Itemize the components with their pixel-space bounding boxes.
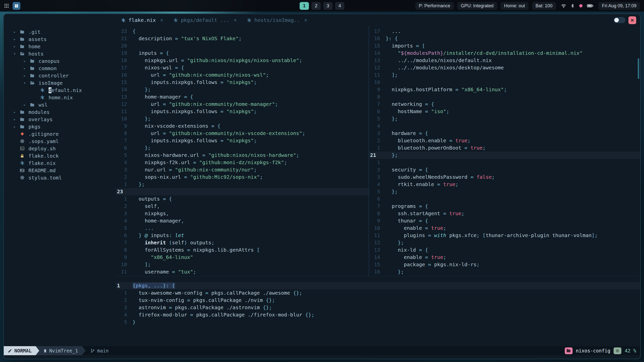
tab-close-icon[interactable]: × xyxy=(234,17,237,23)
gpu-module[interactable]: GPU: Integrated xyxy=(457,2,497,10)
chevron-right-icon[interactable]: ▸ xyxy=(21,66,28,71)
tree-item-stylua.toml[interactable]: stylua.toml xyxy=(4,174,116,181)
tree-item-label: default.nix xyxy=(49,87,82,93)
line-number: 11 xyxy=(369,71,380,79)
code-line: 12 url = "github:nix-community/home-mana… xyxy=(116,101,369,108)
file-tree[interactable]: ▸.git▸assets▸home▾hosts▸canopus▸common▸c… xyxy=(4,26,116,346)
tree-item-common[interactable]: ▸common xyxy=(4,65,116,72)
tab-close-icon[interactable]: × xyxy=(160,17,163,23)
chevron-right-icon[interactable]: ▸ xyxy=(11,37,18,41)
tree-item-flake.nix[interactable]: flake.nix xyxy=(4,159,116,167)
folder-icon xyxy=(18,117,26,122)
tree-item-label: overlays xyxy=(28,116,53,122)
chevron-right-icon[interactable]: ▸ xyxy=(11,30,18,34)
chevron-right-icon[interactable]: ▸ xyxy=(11,44,18,49)
code-line: 8 url = "github:nix-community/nix-vscode… xyxy=(116,130,369,137)
code-text xyxy=(380,159,386,166)
taskbar-app-icon[interactable] xyxy=(13,2,20,10)
tree-item-label: deploy.sh xyxy=(28,146,56,152)
folder-icon xyxy=(18,29,26,34)
line-number: 12 xyxy=(369,239,380,246)
editor-pane-iso[interactable]: 17 ...16}: {15 imports = [14 "${modulesP… xyxy=(369,26,640,276)
tab-hosts-isoImag..[interactable]: hosts/isoImag..× xyxy=(242,14,312,26)
buffer-label: NvimTree_1 xyxy=(49,348,78,353)
tree-item-overlays[interactable]: ▸overlays xyxy=(4,116,116,123)
tree-item-.sops.yaml[interactable]: .sops.yaml xyxy=(4,138,116,145)
chevron-right-icon[interactable]: ▸ xyxy=(21,103,28,107)
tab-flake.nix[interactable]: flake.nix× xyxy=(116,14,168,26)
battery-module[interactable]: Bat: 100 xyxy=(532,2,556,10)
line-number: 2 xyxy=(369,137,380,144)
line-number: 5 xyxy=(369,188,380,195)
top-split-row: 22{21 description = "tux's NixOS Flake";… xyxy=(116,26,640,276)
topbar-right: P: Performance GPU: Integrated Home: out… xyxy=(415,2,640,10)
code-text: nixpkgs-f2k.url = "github:moni-dz/nixpkg… xyxy=(127,159,287,166)
code-line: 12 ../../modules/nixos/desktop/awesome xyxy=(369,64,640,71)
editor-pane-flake[interactable]: 22{21 description = "tux's NixOS Flake";… xyxy=(116,26,369,276)
statusline-right: nixos-config 42 % xyxy=(565,347,640,354)
battery-icon[interactable] xyxy=(587,4,593,8)
code-line: 5} xyxy=(116,319,640,326)
tree-item-.git[interactable]: ▸.git xyxy=(4,28,116,35)
tree-item-canopus[interactable]: ▸canopus xyxy=(4,57,116,65)
line-number: 14 xyxy=(369,254,380,261)
code-text: }; xyxy=(127,181,145,188)
line-number: 15 xyxy=(369,42,380,50)
chevron-right-icon[interactable]: ▸ xyxy=(11,110,18,114)
tree-item-wsl[interactable]: ▸wsl xyxy=(4,101,116,108)
indicator-dot-icon[interactable] xyxy=(579,4,583,8)
window-close-button[interactable]: × xyxy=(628,16,636,24)
chevron-down-icon[interactable]: ▾ xyxy=(21,81,28,85)
workspace-button-1[interactable]: 1 xyxy=(300,2,309,10)
code-text: nix-ld = { xyxy=(380,246,428,254)
tree-item-flake.lock[interactable]: flake.lock xyxy=(4,152,116,159)
line-number: 3 xyxy=(116,166,127,173)
tree-item-.gitignore[interactable]: .gitignore xyxy=(4,130,116,138)
tree-item-controller[interactable]: ▸controller xyxy=(4,72,116,79)
workspace-button-2[interactable]: 2 xyxy=(311,2,321,10)
folder-open-icon xyxy=(18,51,26,56)
code-text xyxy=(380,122,386,130)
code-text: security = { xyxy=(380,166,428,173)
tab-pkgs-default-...[interactable]: pkgs/default ...× xyxy=(168,14,242,26)
code-line: 15 imports = [ xyxy=(369,42,640,50)
tree-item-default.nix[interactable]: default.nix xyxy=(4,86,116,94)
tree-item-README.md[interactable]: README.md xyxy=(4,167,116,174)
lock-icon xyxy=(18,154,26,158)
terminal-icon xyxy=(18,146,26,151)
scrollbar-thumb[interactable] xyxy=(638,58,639,79)
folder-icon xyxy=(18,124,26,129)
tree-item-label: hosts xyxy=(28,51,44,57)
scroll-percent: 42 % xyxy=(625,348,636,353)
chevron-right-icon[interactable]: ▸ xyxy=(11,117,18,122)
gear-icon xyxy=(18,139,26,144)
window-toggle[interactable] xyxy=(614,17,625,23)
bluetooth-icon[interactable] xyxy=(570,4,575,8)
workspace-button-3[interactable]: 3 xyxy=(323,2,333,10)
code-text: hostName = "iso"; xyxy=(380,108,449,115)
chevron-down-icon[interactable]: ▾ xyxy=(11,52,18,56)
power-profile-module[interactable]: P: Performance xyxy=(415,2,454,10)
editor-pane-pkgs[interactable]: 1{pkgs, ...}: {1 tux-awesome-wm-config =… xyxy=(116,277,640,346)
powerline-separator xyxy=(82,346,86,355)
chevron-right-icon[interactable]: ▸ xyxy=(21,59,28,63)
tree-item-home.nix[interactable]: home.nix xyxy=(4,94,116,101)
code-text: enable = true; xyxy=(380,224,446,232)
tree-item-isoImage[interactable]: ▾isoImage xyxy=(4,79,116,86)
line-number: 2 xyxy=(116,203,127,210)
home-module[interactable]: Home: out xyxy=(501,2,529,10)
tree-item-modules[interactable]: ▸modules xyxy=(4,108,116,116)
tree-item-assets[interactable]: ▸assets xyxy=(4,35,116,43)
chevron-right-icon[interactable]: ▸ xyxy=(11,124,18,129)
workspace-button-4[interactable]: 4 xyxy=(335,2,344,10)
tab-close-icon[interactable]: × xyxy=(304,17,307,23)
tree-item-deploy.sh[interactable]: deploy.sh xyxy=(4,145,116,152)
app-launcher-icon[interactable] xyxy=(4,3,9,8)
clock-module[interactable]: Fri Aug 09, 17:09 xyxy=(598,2,640,10)
wifi-icon[interactable] xyxy=(561,3,566,9)
chevron-right-icon[interactable]: ▸ xyxy=(21,73,28,78)
tree-item-pkgs[interactable]: ▸pkgs xyxy=(4,123,116,130)
tree-item-home[interactable]: ▸home xyxy=(4,43,116,50)
tree-item-label: isoImage xyxy=(38,80,63,86)
tree-item-hosts[interactable]: ▾hosts xyxy=(4,50,116,57)
